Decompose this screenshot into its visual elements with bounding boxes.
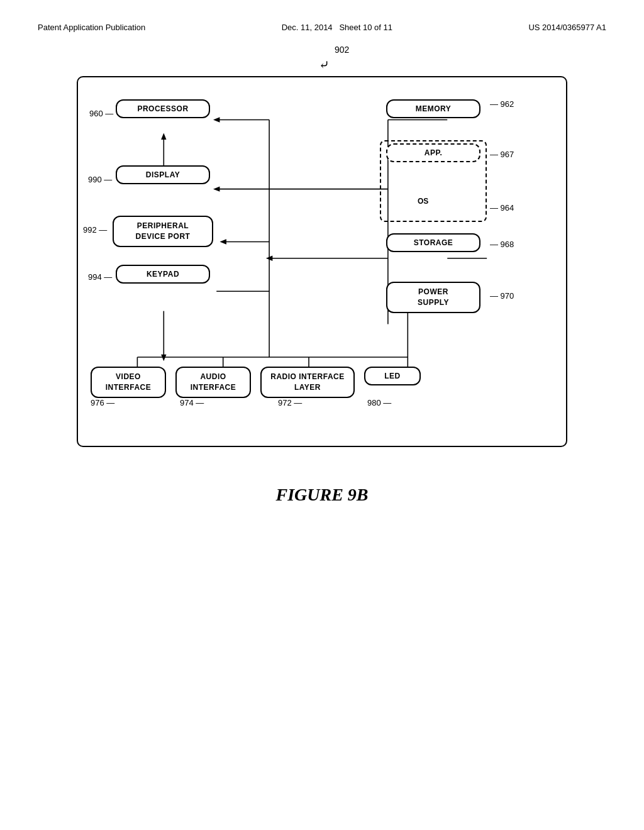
os-dashed-box xyxy=(380,140,487,222)
peripheral-box: PERIPHERALDEVICE PORT xyxy=(113,216,213,247)
bracket-902: ⤶ xyxy=(319,57,330,72)
processor-box: PROCESSOR xyxy=(116,99,210,118)
header: Patent Application Publication Dec. 11, … xyxy=(0,0,644,38)
svg-marker-6 xyxy=(213,117,219,122)
figure-caption: FIGURE 9B xyxy=(275,485,368,505)
memory-box: MEMORY xyxy=(386,99,480,118)
svg-marker-25 xyxy=(266,256,272,261)
ref-990: 990 — xyxy=(88,175,112,184)
ref-976: 976 — xyxy=(91,398,114,407)
svg-marker-10 xyxy=(219,239,226,244)
diagram-area: 902 ⤶ xyxy=(0,76,644,505)
audio-interface-box: AUDIOINTERFACE xyxy=(175,367,251,398)
ref-980: 980 — xyxy=(367,398,391,407)
keypad-box: KEYPAD xyxy=(116,265,210,284)
ref-967: — 967 xyxy=(490,150,514,159)
ref-992: 992 — xyxy=(83,225,107,235)
svg-marker-2 xyxy=(161,133,166,140)
ref-962: — 962 xyxy=(490,99,514,109)
page: Patent Application Publication Dec. 11, … xyxy=(0,0,644,830)
led-box: LED xyxy=(364,367,421,385)
ref-974: 974 — xyxy=(180,398,204,407)
ref-994: 994 — xyxy=(88,272,112,282)
video-interface-box: VIDEOINTERFACE xyxy=(91,367,166,398)
radio-interface-box: RADIO INTERFACELAYER xyxy=(260,367,355,398)
ref-970: — 970 xyxy=(490,291,514,301)
ref-972: 972 — xyxy=(278,398,302,407)
storage-box: STORAGE xyxy=(386,233,480,252)
ref-960: 960 — xyxy=(89,109,113,118)
power-supply-box: POWERSUPPLY xyxy=(386,282,480,313)
header-right: US 2014/0365977 A1 xyxy=(528,23,606,32)
display-box: DISPLAY xyxy=(116,165,210,184)
ref-968: — 968 xyxy=(490,240,514,249)
outer-box: PROCESSOR 960 — MEMORY — 962 APP. — 967 … xyxy=(77,76,567,447)
svg-marker-13 xyxy=(161,355,166,361)
ref-964: — 964 xyxy=(490,203,514,213)
label-902: 902 xyxy=(335,45,349,55)
figure-container: 902 ⤶ xyxy=(77,76,567,447)
svg-marker-8 xyxy=(213,186,219,191)
header-left: Patent Application Publication xyxy=(38,23,145,32)
header-center-date: Dec. 11, 2014 Sheet 10 of 11 xyxy=(282,23,392,32)
